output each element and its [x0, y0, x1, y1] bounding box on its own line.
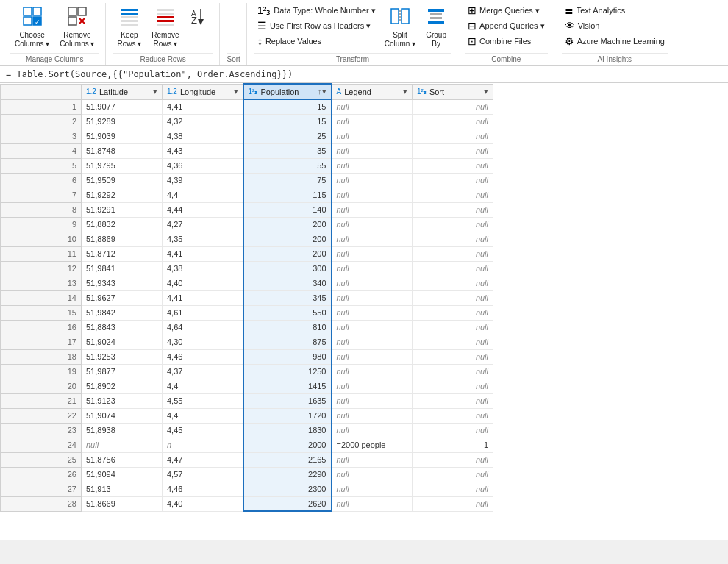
azure-ml-button[interactable]: ⚙ Azure Machine Learning [562, 34, 668, 49]
svg-rect-25 [402, 9, 409, 24]
row-number: 14 [1, 290, 82, 305]
cell-longitude: 4,45 [163, 423, 243, 438]
combine-files-icon: ⊡ [468, 35, 477, 47]
table-row: 2551,87564,472165nullnull [1, 452, 493, 467]
transform-small-col: 1²₃ Data Type: Whole Number ▾ ☰ Use Firs… [254, 3, 379, 49]
cell-latitude: 51,9074 [82, 408, 163, 423]
data-type-button[interactable]: 1²₃ Data Type: Whole Number ▾ [254, 3, 379, 18]
azure-ml-label: Azure Machine Learning [577, 37, 665, 46]
cell-latitude: 51,9877 [82, 364, 163, 379]
merge-queries-button[interactable]: ⊞ Merge Queries ▾ [465, 3, 548, 18]
sort-type-icon: 1²₃ [417, 88, 427, 96]
cell-sort: null [413, 276, 493, 290]
svg-marker-23 [198, 19, 204, 25]
svg-text:Z: Z [191, 15, 197, 26]
remove-columns-label: RemoveColumns ▾ [60, 31, 94, 49]
cell-latitude: 51,9343 [82, 276, 163, 290]
longitude-type-icon: 1.2 [167, 88, 177, 96]
cell-sort: null [413, 393, 493, 408]
cell-longitude: 4,4 [163, 379, 243, 393]
cell-sort: null [413, 99, 493, 114]
table-row: 2751,9134,462300nullnull [1, 482, 493, 496]
cell-sort: null [413, 173, 493, 188]
remove-rows-button[interactable]: RemoveRows ▾ [147, 3, 183, 51]
keep-rows-button[interactable]: KeepRows ▾ [113, 3, 146, 51]
cell-population: 200 [243, 232, 332, 246]
combine-buttons: ⊞ Merge Queries ▾ ⊟ Append Queries ▾ ⊡ C… [465, 3, 548, 51]
cell-latitude: 51,9627 [82, 290, 163, 305]
replace-values-button[interactable]: ↕ Replace Values [254, 34, 379, 49]
table-area[interactable]: 1.2 Latitude ▾ 1.2 Longitude ▾ 1²₃ P [0, 83, 728, 540]
ribbon-toolbar: ✓ ChooseColumns ▾ RemoveColumns ▾ Manage… [0, 0, 728, 65]
remove-columns-button[interactable]: RemoveColumns ▾ [55, 3, 99, 51]
choose-columns-icon: ✓ [22, 6, 43, 29]
vision-icon: 👁 [565, 20, 575, 32]
merge-queries-label: Merge Queries ▾ [479, 6, 540, 15]
vision-button[interactable]: 👁 Vision [562, 18, 668, 33]
split-column-icon [390, 6, 410, 29]
table-row: 24nulln2000=2000 people1 [1, 438, 493, 452]
ribbon-group-manage-columns: ✓ ChooseColumns ▾ RemoveColumns ▾ Manage… [4, 3, 106, 65]
cell-sort: null [413, 188, 493, 202]
use-first-row-icon: ☰ [257, 20, 267, 32]
choose-columns-button[interactable]: ✓ ChooseColumns ▾ [10, 3, 54, 51]
svg-rect-7 [68, 17, 76, 25]
row-number: 5 [1, 158, 82, 173]
cell-population: 1415 [243, 379, 332, 393]
svg-rect-15 [157, 9, 174, 11]
sort-az-button[interactable]: AZ [185, 3, 213, 34]
combine-files-button[interactable]: ⊡ Combine Files [465, 34, 548, 49]
cell-sort: null [413, 364, 493, 379]
text-analytics-label: Text Analytics [577, 6, 626, 15]
svg-rect-6 [78, 7, 86, 15]
col-header-population[interactable]: 1²₃ Population ↑▾ [243, 84, 332, 99]
col-header-longitude[interactable]: 1.2 Longitude ▾ [163, 84, 243, 99]
cell-population: 345 [243, 290, 332, 305]
population-type-icon: 1²₃ [249, 88, 258, 96]
cell-sort: null [413, 482, 493, 496]
remove-rows-icon [155, 6, 176, 29]
population-filter-icon[interactable]: ↑▾ [318, 87, 326, 96]
row-number: 7 [1, 188, 82, 202]
svg-rect-27 [428, 9, 444, 12]
table-row: 651,95094,3975nullnull [1, 173, 493, 188]
cell-sort: null [413, 349, 493, 364]
cell-latitude: 51,9291 [82, 202, 163, 217]
svg-rect-10 [121, 9, 138, 11]
cell-population: 2290 [243, 467, 332, 482]
cell-population: 1720 [243, 408, 332, 423]
row-number: 28 [1, 496, 82, 511]
table-row: 851,92914,44140nullnull [1, 202, 493, 217]
cell-longitude: 4,40 [163, 276, 243, 290]
longitude-filter-icon[interactable]: ▾ [234, 87, 238, 96]
append-queries-button[interactable]: ⊟ Append Queries ▾ [465, 18, 548, 33]
remove-rows-label: RemoveRows ▾ [151, 31, 179, 49]
cell-legend: null [332, 482, 413, 496]
cell-longitude: 4,40 [163, 496, 243, 511]
table-row: 1351,93434,40340nullnull [1, 276, 493, 290]
text-analytics-button[interactable]: ≣ Text Analytics [562, 3, 668, 18]
cell-population: 25 [243, 129, 332, 143]
latitude-filter-icon[interactable]: ▾ [153, 87, 157, 96]
col-header-latitude[interactable]: 1.2 Latitude ▾ [82, 84, 163, 99]
col-header-legend[interactable]: A Legend ▾ [332, 84, 413, 99]
table-row: 1851,92534,46980nullnull [1, 349, 493, 364]
cell-latitude: 51,9094 [82, 467, 163, 482]
sort-filter-icon[interactable]: ▾ [484, 87, 488, 96]
split-column-button[interactable]: SplitColumn ▾ [380, 3, 420, 51]
legend-filter-icon[interactable]: ▾ [403, 87, 407, 96]
cell-latitude: 51,8748 [82, 143, 163, 158]
cell-population: 875 [243, 335, 332, 349]
cell-sort: null [413, 114, 493, 129]
combine-group-label: Combine [465, 53, 548, 65]
svg-rect-13 [121, 20, 138, 22]
text-analytics-icon: ≣ [565, 4, 574, 16]
cell-sort: null [413, 246, 493, 261]
cell-latitude: 51,8938 [82, 423, 163, 438]
svg-rect-14 [121, 24, 138, 26]
use-first-row-button[interactable]: ☰ Use First Row as Headers ▾ [254, 18, 379, 33]
cell-longitude: 4,38 [163, 129, 243, 143]
cell-sort: null [413, 305, 493, 320]
group-by-button[interactable]: GroupBy [421, 3, 451, 51]
col-header-sort[interactable]: 1²₃ Sort ▾ [413, 84, 493, 99]
